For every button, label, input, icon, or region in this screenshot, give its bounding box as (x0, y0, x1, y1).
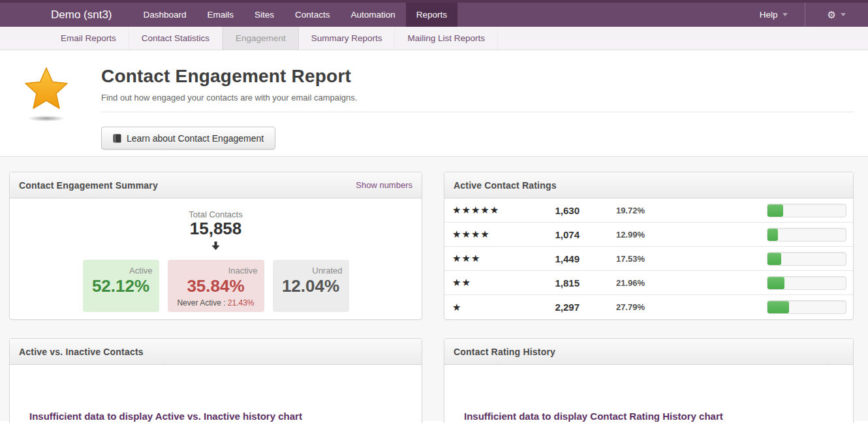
never-active-label: Never Active : (177, 298, 225, 307)
rating-bar-fill (767, 277, 784, 289)
rating-bar-fill (767, 253, 781, 265)
active-label: Active (89, 266, 153, 275)
down-arrow-icon (10, 241, 422, 253)
active-vs-inactive-body: Insufficient data to display Active vs. … (10, 365, 422, 423)
rating-count: 1,074 (524, 229, 580, 240)
inactive-percentage: 35.84% (174, 276, 258, 296)
star-shadow (27, 116, 65, 121)
active-summary-box: Active 52.12% (83, 260, 159, 312)
nav-item-dashboard[interactable]: Dashboard (133, 3, 197, 27)
never-active-stat: Never Active : 21.43% (174, 298, 258, 307)
unrated-label: Unrated (279, 266, 343, 275)
summary-panel-title: Contact Engagement Summary (19, 180, 158, 191)
four-star-icon: ★★★★ (452, 228, 524, 240)
rating-count: 1,449 (524, 253, 580, 264)
summary-panel-body: Total Contacts 15,858 Active 52.12% Inac… (10, 198, 422, 319)
book-icon (113, 134, 121, 143)
chevron-down-icon (783, 13, 788, 16)
chevron-down-icon (841, 13, 846, 16)
rating-bar-fill (767, 204, 783, 217)
five-star-icon: ★★★★★ (452, 204, 524, 216)
total-contacts-label: Total Contacts (10, 210, 422, 219)
page-header: Contact Engagement Report Find out how e… (0, 50, 868, 156)
show-numbers-link[interactable]: Show numbers (356, 180, 412, 190)
rating-row-3-stars: ★★★ 1,449 17.53% (444, 247, 853, 271)
nav-item-contacts[interactable]: Contacts (285, 3, 340, 27)
page-title: Contact Engagement Report (101, 66, 854, 87)
ratings-table: ★★★★★ 1,630 19.72% ★★★★ 1,074 12.99% ★★★… (444, 198, 853, 319)
nav-item-emails[interactable]: Emails (197, 3, 245, 27)
unrated-percentage: 12.04% (279, 276, 343, 296)
insufficient-data-message: Insufficient data to display Active vs. … (10, 365, 422, 422)
rating-row-1-star: ★ 2,297 27.79% (444, 295, 853, 319)
insufficient-data-message: Insufficient data to display Contact Rat… (444, 365, 853, 422)
never-active-percentage: 21.43% (228, 298, 255, 307)
active-percentage: 52.12% (89, 276, 153, 296)
report-content: Contact Engagement Summary Show numbers … (0, 157, 868, 421)
page-subtitle: Find out how engaged your contacts are w… (101, 93, 854, 102)
inactive-summary-box: Inactive 35.84% Never Active : 21.43% (168, 260, 264, 312)
settings-menu[interactable]: ⚙ (805, 3, 868, 27)
learn-button-label: Learn about Contact Engagement (127, 133, 264, 144)
active-vs-inactive-title: Active vs. Inactive Contacts (19, 347, 144, 357)
contact-rating-history-panel: Contact Rating History Insufficient data… (444, 338, 854, 423)
rating-row-5-stars: ★★★★★ 1,630 19.72% (444, 198, 853, 223)
reports-subnav: Email Reports Contact Statistics Engagem… (0, 27, 868, 50)
active-contact-ratings-panel: Active Contact Ratings ★★★★★ 1,630 19.72… (444, 172, 854, 320)
header-divider (101, 112, 854, 112)
subnav-item-engagement[interactable]: Engagement (223, 27, 299, 50)
subnav-item-email-reports[interactable]: Email Reports (48, 27, 129, 50)
three-star-icon: ★★★ (452, 253, 524, 264)
gear-icon: ⚙ (828, 9, 836, 21)
rating-count: 1,630 (524, 205, 580, 216)
top-navigation: Demo (snt3) Dashboard Emails Sites Conta… (0, 0, 868, 27)
subnav-item-mailing-list-reports[interactable]: Mailing List Reports (395, 27, 498, 50)
rating-percent: 19.72% (580, 206, 645, 215)
nav-item-reports[interactable]: Reports (406, 3, 457, 27)
subnav-item-summary-reports[interactable]: Summary Reports (299, 27, 395, 50)
inactive-label: Inactive (174, 266, 258, 275)
active-vs-inactive-panel: Active vs. Inactive Contacts Insufficien… (9, 338, 422, 423)
rating-bar-track (767, 300, 846, 314)
rating-bar-track (767, 228, 846, 242)
unrated-summary-box: Unrated 12.04% (273, 260, 349, 312)
report-star-icon (23, 66, 70, 121)
subnav-item-contact-statistics[interactable]: Contact Statistics (129, 27, 223, 50)
rating-bar-track (767, 252, 846, 266)
rating-percent: 17.53% (580, 254, 645, 264)
two-star-icon: ★★ (452, 277, 524, 289)
contact-rating-history-title: Contact Rating History (454, 347, 555, 357)
rating-percent: 12.99% (580, 230, 645, 240)
rating-bar-fill (767, 228, 778, 241)
help-menu[interactable]: Help (743, 3, 805, 27)
rating-bar-fill (767, 301, 789, 313)
one-star-icon: ★ (452, 302, 524, 313)
total-contacts-value: 15,858 (10, 219, 422, 239)
nav-right-controls: Help ⚙ (743, 3, 868, 27)
rating-bar-track (767, 204, 846, 217)
ratings-panel-title: Active Contact Ratings (454, 180, 557, 191)
contact-engagement-summary-panel: Contact Engagement Summary Show numbers … (9, 172, 422, 320)
rating-count: 2,297 (524, 302, 580, 313)
main-menu: Dashboard Emails Sites Contacts Automati… (133, 3, 457, 27)
contact-rating-history-body: Insufficient data to display Contact Rat… (444, 365, 853, 423)
rating-bar-track (767, 276, 846, 290)
nav-item-automation[interactable]: Automation (340, 3, 405, 27)
rating-percent: 27.79% (580, 302, 645, 312)
rating-count: 1,815 (524, 277, 580, 289)
nav-item-sites[interactable]: Sites (244, 3, 285, 27)
rating-percent: 21.96% (580, 278, 645, 288)
learn-about-engagement-button[interactable]: Learn about Contact Engagement (101, 127, 275, 149)
help-label: Help (760, 10, 778, 20)
rating-row-4-stars: ★★★★ 1,074 12.99% (444, 223, 853, 247)
rating-row-2-stars: ★★ 1,815 21.96% (444, 271, 853, 295)
brand-logo[interactable]: Demo (snt3) (51, 3, 112, 27)
